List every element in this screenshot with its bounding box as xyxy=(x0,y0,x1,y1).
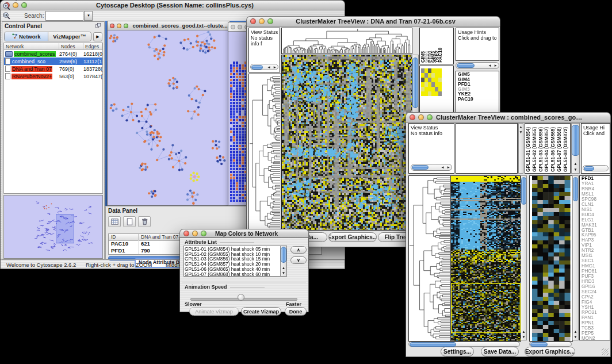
heatmap-zoom-view[interactable] xyxy=(529,175,573,342)
scrollbar-thumb[interactable] xyxy=(410,342,456,347)
search-dropdown-icon[interactable]: ▼ xyxy=(84,11,93,21)
view-status-scrollbar[interactable]: ◄ ► xyxy=(411,164,452,171)
done-button[interactable]: Done xyxy=(285,307,307,316)
move-up-button[interactable]: ∧ xyxy=(290,246,307,254)
zoom-button[interactable] xyxy=(124,24,128,28)
slider-thumb[interactable] xyxy=(238,294,244,301)
heatmap-vscrollbar[interactable]: ▲ ▼ xyxy=(521,175,527,340)
column-dendrogram[interactable] xyxy=(281,28,412,54)
usage-hints-scrollbar[interactable] xyxy=(583,165,609,171)
zoom-button[interactable] xyxy=(427,114,433,120)
scroll-down-icon[interactable]: ▼ xyxy=(572,167,579,172)
export-graphics-button[interactable]: Export Graphics... xyxy=(525,347,575,357)
network-table-row[interactable]: combined_sco2569(6)13112(15) xyxy=(4,58,102,65)
network-table-row[interactable]: DNA and Tran 07769(0)183728(0) xyxy=(4,65,102,72)
treeview-dna-titlebar[interactable]: ClusterMaker TreeView : DNA and Tran 07-… xyxy=(246,16,500,26)
select-attributes-icon[interactable] xyxy=(108,216,121,227)
tab-vizmapper[interactable]: VizMapper™ xyxy=(48,32,91,41)
minimize-button[interactable] xyxy=(117,24,121,28)
col-network[interactable]: Network xyxy=(4,43,59,50)
scroll-right-icon[interactable]: ► xyxy=(272,65,278,70)
scroll-up-icon[interactable]: ▲ xyxy=(281,266,286,270)
create-attribute-icon[interactable] xyxy=(123,216,136,227)
scrollbar-thumb[interactable] xyxy=(281,247,286,263)
close-button[interactable] xyxy=(231,25,235,29)
network-nodes-count: 2764(0) xyxy=(59,51,83,57)
scroll-left-icon[interactable]: ◄ xyxy=(266,65,271,70)
scroll-down-icon[interactable]: ▼ xyxy=(573,335,578,339)
treeview-combined-titlebar[interactable]: ClusterMaker TreeView : combined_scores_… xyxy=(406,112,611,122)
zoom-button[interactable] xyxy=(201,231,206,236)
labels-vscrollbar[interactable]: ▲ ▼ xyxy=(571,123,580,174)
zoom-vscrollbar[interactable]: ▲ ▼ xyxy=(572,175,579,340)
scrollbar-thumb[interactable] xyxy=(573,177,578,201)
settings-button[interactable]: Settings... xyxy=(441,347,474,357)
scroll-right-icon[interactable]: ► xyxy=(446,165,452,170)
col-edges[interactable]: Edges xyxy=(83,43,102,50)
save-data-button[interactable]: Save Data... xyxy=(481,347,519,357)
animate-vizmap-button[interactable]: Animate Vizmap xyxy=(189,307,239,316)
scroll-up-icon[interactable]: ▲ xyxy=(521,329,526,334)
zoom-fit-icon[interactable] xyxy=(2,11,12,20)
heatmap-main[interactable] xyxy=(281,55,412,231)
float-panel-icon[interactable] xyxy=(95,22,102,30)
scrollbar-thumb[interactable] xyxy=(412,58,418,108)
small-vscrollbar[interactable]: ▲ ▼ xyxy=(518,123,523,174)
scroll-left-icon[interactable]: ◄ xyxy=(439,165,445,170)
zoom-button[interactable] xyxy=(21,2,27,8)
search-input[interactable] xyxy=(45,11,83,21)
minimize-button[interactable] xyxy=(259,18,265,24)
network-view-titlebar[interactable]: combined_scores_good.txt--cluste... xyxy=(108,21,230,30)
network-table-row[interactable]: RNAPuberNov2+563(0)107847(0) xyxy=(4,72,102,80)
minimize-button[interactable] xyxy=(192,231,198,236)
scroll-up-icon[interactable]: ▲ xyxy=(519,125,523,129)
scrollbar-thumb[interactable] xyxy=(412,165,429,170)
scrollbar-thumb[interactable] xyxy=(530,342,548,347)
scroll-down-icon[interactable]: ▼ xyxy=(281,271,286,275)
zoom-button[interactable] xyxy=(267,18,273,24)
heatmap-hscrollbar[interactable] xyxy=(408,342,520,347)
scrollbar-thumb[interactable] xyxy=(521,177,526,205)
tab-network[interactable]: Network xyxy=(5,32,48,41)
scrollbar-thumb[interactable] xyxy=(584,166,594,171)
scroll-up-icon[interactable]: ▲ xyxy=(573,329,578,334)
heatmap-main[interactable] xyxy=(450,175,521,342)
scrollbar-thumb[interactable] xyxy=(251,65,263,70)
close-button[interactable] xyxy=(183,231,189,236)
move-down-button[interactable]: ∨ xyxy=(290,256,307,264)
column-dendrogram-panel[interactable] xyxy=(456,123,518,174)
scroll-down-icon[interactable]: ▼ xyxy=(519,130,523,135)
scroll-down-icon[interactable]: ▼ xyxy=(521,335,526,339)
birdseye-overview[interactable] xyxy=(3,195,103,259)
gene-dendrogram[interactable] xyxy=(408,175,451,342)
tab-overflow-button[interactable]: ▶ xyxy=(93,32,102,41)
main-window-titlebar[interactable]: Cytoscape Desktop (Session Name: collins… xyxy=(0,0,345,10)
minimize-button[interactable] xyxy=(418,114,424,120)
create-vizmap-button[interactable]: Create Vizmap xyxy=(241,307,281,316)
scroll-left-icon[interactable]: ◄ xyxy=(487,63,492,68)
scroll-right-icon[interactable]: ► xyxy=(493,63,499,68)
zoom-in-icon[interactable] xyxy=(2,2,12,11)
zoom-hscrollbar[interactable] xyxy=(529,342,572,347)
close-button[interactable] xyxy=(110,24,114,28)
close-button[interactable] xyxy=(410,114,415,120)
usage-hints-scrollbar[interactable]: ◄ ► xyxy=(456,62,499,69)
close-button[interactable] xyxy=(250,18,256,24)
slower-label: Slower xyxy=(185,301,202,307)
col-nodes[interactable]: Nodes xyxy=(59,43,83,50)
gene-dendrogram[interactable] xyxy=(248,74,281,231)
scrollbar-thumb[interactable] xyxy=(457,63,475,68)
attribute-list[interactable]: GPL51-01 (GSM854) heat shock 05 minGPL51… xyxy=(183,246,287,277)
scrollbar-thumb[interactable] xyxy=(572,125,579,156)
list-vscrollbar[interactable]: ▲ ▼ xyxy=(280,246,286,276)
export-graphics-button[interactable]: Export Graphics... xyxy=(328,232,377,242)
attribute-item[interactable]: GPL51-07 (GSM868) heat shock 60 min xyxy=(185,272,280,277)
network-table-row[interactable]: combined_scores2764(0)16218(0) xyxy=(4,50,102,58)
delete-attribute-icon[interactable] xyxy=(138,216,151,227)
view-status-scrollbar[interactable]: ◄ ► xyxy=(250,64,278,70)
dialog-titlebar[interactable]: Map Colors to Network xyxy=(179,229,309,238)
scroll-up-icon[interactable]: ▲ xyxy=(572,162,579,166)
network-canvas[interactable] xyxy=(108,30,228,205)
resize-grip[interactable] xyxy=(602,348,609,355)
minimize-button[interactable] xyxy=(238,25,242,29)
